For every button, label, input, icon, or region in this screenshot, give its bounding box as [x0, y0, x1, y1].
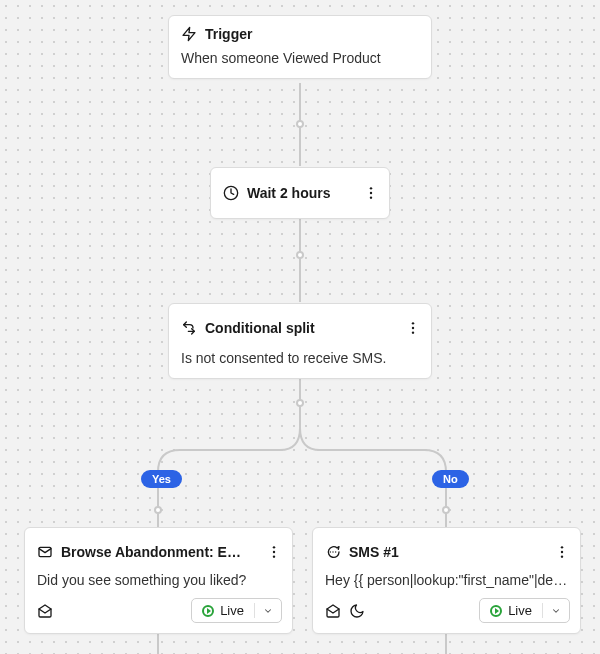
clock-icon — [223, 185, 239, 201]
wait-card[interactable]: Wait 2 hours — [210, 167, 390, 219]
envelope-open-icon — [37, 603, 53, 619]
split-subtitle: Is not consented to receive SMS. — [169, 346, 431, 378]
sms-more-button[interactable] — [548, 538, 576, 566]
svg-point-5 — [412, 322, 414, 324]
connector-dot — [296, 120, 304, 128]
split-more-button[interactable] — [399, 314, 427, 342]
svg-point-11 — [273, 555, 275, 557]
svg-point-7 — [412, 331, 414, 333]
trigger-card[interactable]: Trigger When someone Viewed Product — [168, 15, 432, 79]
conditional-split-card[interactable]: Conditional split Is not consented to re… — [168, 303, 432, 379]
split-icon — [181, 320, 197, 336]
split-title: Conditional split — [205, 320, 391, 336]
svg-point-17 — [561, 555, 563, 557]
envelope-open-icon — [325, 603, 341, 619]
connector-dot — [296, 251, 304, 259]
email-status-label: Live — [220, 603, 244, 618]
svg-point-15 — [561, 546, 563, 548]
more-vertical-icon — [405, 320, 421, 336]
email-step-card[interactable]: Browse Abandonment: Email... Did you see… — [24, 527, 293, 634]
sms-status-dropdown[interactable]: Live — [479, 598, 570, 623]
wait-more-button[interactable] — [357, 179, 385, 207]
sms-step-body: Hey {{ person|lookup:"first_name"|defaul… — [313, 570, 580, 598]
sms-step-card[interactable]: SMS #1 Hey {{ person|lookup:"first_name"… — [312, 527, 581, 634]
branch-yes-pill: Yes — [141, 470, 182, 488]
more-vertical-icon — [554, 544, 570, 560]
email-step-title: Browse Abandonment: Email... — [61, 544, 252, 560]
svg-point-2 — [370, 187, 372, 189]
email-step-body: Did you see something you liked? — [25, 570, 292, 598]
sms-status-label: Live — [508, 603, 532, 618]
chevron-down-icon — [263, 606, 273, 616]
more-vertical-icon — [363, 185, 379, 201]
flow-canvas: Yes No Trigger When someone Viewed Produ… — [0, 0, 600, 654]
chat-icon — [325, 544, 341, 560]
lightning-icon — [181, 26, 197, 42]
chevron-down-icon — [551, 606, 561, 616]
sms-step-title: SMS #1 — [349, 544, 540, 560]
play-circle-icon — [490, 605, 502, 617]
branch-no-pill: No — [432, 470, 469, 488]
moon-icon — [349, 603, 365, 619]
trigger-title: Trigger — [205, 26, 419, 42]
svg-point-4 — [370, 196, 372, 198]
svg-point-16 — [561, 551, 563, 553]
play-circle-icon — [202, 605, 214, 617]
wait-title: Wait 2 hours — [247, 185, 349, 201]
svg-point-3 — [370, 192, 372, 194]
mail-icon — [37, 544, 53, 560]
svg-point-6 — [412, 327, 414, 329]
svg-point-10 — [273, 551, 275, 553]
more-vertical-icon — [266, 544, 282, 560]
email-status-dropdown[interactable]: Live — [191, 598, 282, 623]
email-more-button[interactable] — [260, 538, 288, 566]
svg-marker-0 — [183, 27, 195, 40]
connector-dot — [296, 399, 304, 407]
svg-point-9 — [273, 546, 275, 548]
connector-dot — [154, 506, 162, 514]
trigger-subtitle: When someone Viewed Product — [169, 46, 431, 78]
connector-dot — [442, 506, 450, 514]
